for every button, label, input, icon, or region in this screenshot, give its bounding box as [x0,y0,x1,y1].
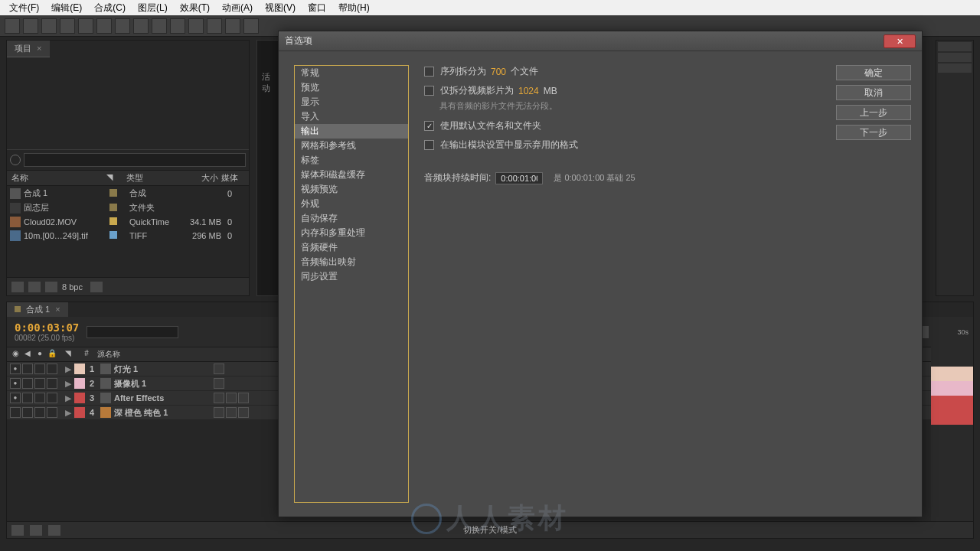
puppet-tool-icon[interactable] [243,18,259,34]
layer-bar[interactable] [931,396,973,410]
prefs-category-import[interactable]: 导入 [295,109,408,124]
menu-window[interactable]: 窗口 [302,2,332,15]
timeline-tab[interactable]: 合成 1 × [7,302,68,317]
selection-tool-icon[interactable] [5,18,20,34]
pan-behind-tool-icon[interactable] [96,18,112,34]
audio-toggle[interactable] [22,393,33,403]
switch-icon[interactable] [226,407,237,418]
switch-icon[interactable] [214,378,224,389]
prefs-category-display[interactable]: 显示 [295,95,408,109]
prefs-category-audio-output[interactable]: 音频输出映射 [295,255,408,269]
timeline-track-area[interactable]: 30s [931,324,973,521]
camera-tool-icon[interactable] [78,18,93,34]
prefs-category-labels[interactable]: 标签 [295,153,408,168]
switch-icon[interactable] [226,393,237,403]
visibility-toggle[interactable] [10,393,21,403]
visibility-toggle[interactable] [10,378,21,389]
close-button[interactable]: ✕ [884,34,916,48]
vid-split-value[interactable]: 1024 [518,86,539,96]
audio-toggle[interactable] [22,407,33,418]
toggle-switches-modes-button[interactable]: 切换开关/模式 [463,524,516,536]
ok-button[interactable]: 确定 [836,65,911,80]
brush-tool-icon[interactable] [170,18,185,34]
timeline-search-input[interactable] [87,326,178,338]
col-header-name[interactable]: 名称 [7,172,106,184]
expand-icon[interactable]: ▶ [65,408,73,418]
zoom-tool-icon[interactable] [41,18,57,34]
switch-icon[interactable] [214,393,224,403]
close-icon[interactable]: × [55,305,60,314]
audio-block-input[interactable] [495,172,543,184]
menu-file[interactable]: 文件(F) [3,2,45,15]
layer-color-swatch[interactable] [74,378,85,389]
interpret-footage-icon[interactable] [11,282,24,292]
layer-color-swatch[interactable] [74,407,85,418]
hand-tool-icon[interactable] [23,18,38,34]
layer-bar[interactable] [931,367,973,381]
new-comp-icon[interactable] [45,282,57,292]
lock-toggle[interactable] [47,407,57,418]
clone-tool-icon[interactable] [188,18,204,34]
solo-toggle[interactable] [34,378,45,389]
project-search-input[interactable] [24,153,246,167]
prefs-category-output[interactable]: 输出 [295,124,408,139]
deprecated-checkbox[interactable] [424,140,434,150]
default-name-checkbox[interactable] [424,121,434,131]
menu-help[interactable]: 帮助(H) [332,2,376,15]
lock-toggle[interactable] [47,393,57,403]
roto-tool-icon[interactable] [225,18,240,34]
col-header-size[interactable]: 大小 [178,172,218,184]
lock-toggle[interactable] [47,364,57,374]
layer-bar[interactable] [931,410,973,425]
prefs-category-general[interactable]: 常规 [295,66,408,80]
solo-toggle[interactable] [34,393,45,403]
layer-name[interactable]: 深 橙色 纯色 1 [114,407,214,419]
project-tab[interactable]: 项目 × [7,41,50,57]
expand-icon[interactable]: ▶ [65,364,73,374]
current-timecode[interactable]: 0:00:03:07 [15,321,79,334]
layer-bar[interactable] [931,381,973,396]
menu-layer[interactable]: 图层(L) [132,2,174,15]
audio-toggle[interactable] [22,378,33,389]
expand-icon[interactable]: ▶ [65,379,73,389]
prefs-category-preview[interactable]: 预览 [295,80,408,95]
col-header-type[interactable]: 类型 [126,172,178,184]
menu-edit[interactable]: 编辑(E) [45,2,88,15]
source-name-header[interactable]: 源名称 [94,349,201,360]
project-item-row[interactable]: Cloud02.MOV QuickTime 34.1 MB 0 [7,215,249,229]
toggle-modes-icon[interactable] [30,525,42,536]
next-button[interactable]: 下一步 [836,125,911,140]
project-item-row[interactable]: 合成 1 合成 0 [7,186,249,201]
seq-split-value[interactable]: 700 [491,67,506,77]
prefs-category-autosave[interactable]: 自动保存 [295,211,408,226]
menu-view[interactable]: 视图(V) [259,2,302,15]
layer-name[interactable]: 摄像机 1 [114,378,214,390]
switch-icon[interactable] [214,364,224,374]
project-item-row[interactable]: 固态层 文件夹 [7,201,249,215]
switch-icon[interactable] [214,407,224,418]
switch-icon[interactable] [238,393,249,403]
cancel-button[interactable]: 取消 [836,85,911,100]
project-item-row[interactable]: 10m.[00…249].tif TIFF 296 MB 0 [7,229,249,243]
prefs-category-audio-hw[interactable]: 音频硬件 [295,240,408,255]
comp-marker-icon[interactable] [48,525,60,536]
menu-composition[interactable]: 合成(C) [88,2,132,15]
mask-tool-icon[interactable] [115,18,130,34]
prefs-category-sync[interactable]: 同步设置 [295,269,408,284]
switch-icon[interactable] [238,407,249,418]
menu-animation[interactable]: 动画(A) [216,2,259,15]
eraser-tool-icon[interactable] [207,18,222,34]
toggle-switches-icon[interactable] [11,525,24,536]
layer-color-swatch[interactable] [74,364,85,374]
trash-icon[interactable] [90,282,103,292]
audio-toggle[interactable] [22,364,33,374]
lock-toggle[interactable] [47,378,57,389]
prefs-category-appearance[interactable]: 外观 [295,197,408,211]
rotate-tool-icon[interactable] [60,18,75,34]
pen-tool-icon[interactable] [133,18,149,34]
previous-button[interactable]: 上一步 [836,105,911,120]
bpc-toggle[interactable]: 8 bpc [62,282,83,292]
solo-toggle[interactable] [34,364,45,374]
menu-effect[interactable]: 效果(T) [174,2,216,15]
layer-name[interactable]: After Effects [114,393,214,403]
